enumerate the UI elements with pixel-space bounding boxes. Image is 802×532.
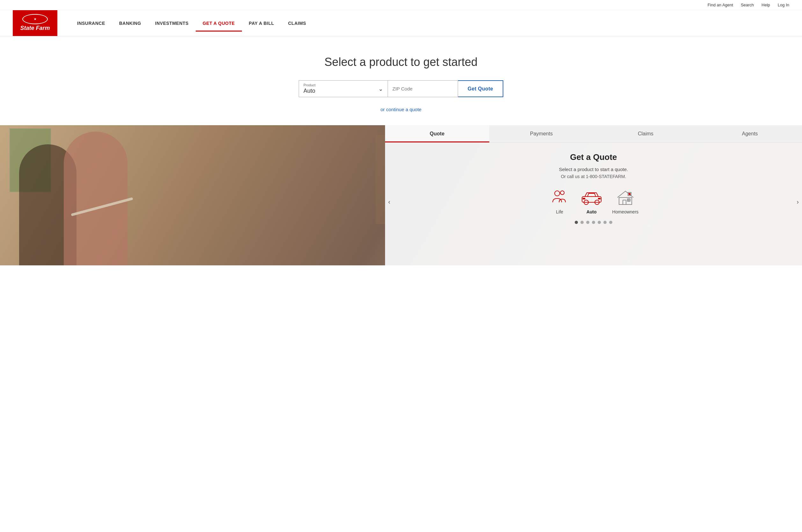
zip-input[interactable] [388, 80, 458, 97]
dot-5[interactable] [598, 221, 601, 224]
product-label: Product [303, 83, 383, 87]
widget-products: ‹ Life [391, 189, 796, 214]
page-title: Select a product to get started [6, 55, 796, 69]
login-link[interactable]: Log In [778, 3, 789, 7]
dot-4[interactable] [592, 221, 595, 224]
product-select[interactable]: Product Auto ⌄ [299, 80, 388, 97]
product-homeowners[interactable]: Homeowners [612, 189, 638, 214]
dot-6[interactable] [603, 221, 607, 224]
svg-rect-5 [583, 198, 585, 200]
find-agent-link[interactable]: Find an Agent [708, 3, 733, 7]
nav-get-a-quote[interactable]: GET A QUOTE [196, 15, 242, 32]
continue-quote-link[interactable]: or continue a quote [380, 107, 422, 112]
get-quote-button[interactable]: Get Quote [458, 80, 503, 97]
svg-point-1 [560, 191, 564, 195]
header-main: ★ State Farm INSURANCE BANKING INVESTMEN… [0, 10, 802, 36]
next-product-arrow[interactable]: › [794, 195, 802, 208]
carousel-dots [391, 221, 796, 224]
svg-rect-13 [629, 193, 631, 195]
auto-icon [580, 189, 603, 206]
homeowners-label: Homeowners [612, 209, 638, 214]
quote-form: Product Auto ⌄ Get Quote [6, 80, 796, 97]
homeowners-icon [614, 189, 637, 206]
widget-subtitle: Select a product to start a quote. [391, 167, 796, 172]
tab-agents[interactable]: Agents [698, 125, 802, 142]
dot-2[interactable] [580, 221, 584, 224]
svg-point-0 [555, 191, 560, 196]
search-link[interactable]: Search [741, 3, 754, 7]
svg-rect-6 [598, 198, 600, 200]
dot-1[interactable] [575, 221, 578, 224]
nav-banking[interactable]: BANKING [112, 15, 148, 32]
widget-title: Get a Quote [391, 152, 796, 162]
dot-3[interactable] [586, 221, 590, 224]
nav-investments[interactable]: INVESTMENTS [148, 15, 196, 32]
widget-tabs: Quote Payments Claims Agents [385, 125, 802, 143]
prev-product-arrow[interactable]: ‹ [385, 195, 394, 208]
widget-phone: Or call us at 1-800-STATEFARM. [391, 174, 796, 179]
nav-insurance[interactable]: INSURANCE [70, 15, 112, 32]
main-content: Select a product to get started Product … [0, 36, 802, 125]
widget-body: Get a Quote Select a product to start a … [385, 143, 802, 265]
logo[interactable]: ★ State Farm [13, 10, 57, 36]
help-link[interactable]: Help [762, 3, 770, 7]
hero-section: Quote Payments Claims Agents Get a Quote… [0, 125, 802, 265]
svg-rect-8 [623, 200, 626, 205]
product-auto[interactable]: Auto [580, 189, 603, 214]
tab-quote[interactable]: Quote [385, 125, 489, 142]
header-utility-bar: Find an Agent Search Help Log In [0, 0, 802, 10]
nav-pay-a-bill[interactable]: PAY A BILL [242, 15, 281, 32]
product-life[interactable]: Life [548, 189, 571, 214]
product-select-value: Auto [303, 88, 315, 94]
life-label: Life [556, 209, 563, 214]
auto-label: Auto [586, 209, 597, 214]
nav-claims[interactable]: CLAIMS [281, 15, 313, 32]
tab-claims[interactable]: Claims [594, 125, 698, 142]
tab-payments[interactable]: Payments [489, 125, 594, 142]
main-nav: INSURANCE BANKING INVESTMENTS GET A QUOT… [70, 15, 313, 32]
life-icon [548, 189, 571, 206]
chevron-down-icon: ⌄ [378, 86, 383, 92]
dot-7[interactable] [609, 221, 612, 224]
widget-panel: Quote Payments Claims Agents Get a Quote… [385, 125, 802, 265]
